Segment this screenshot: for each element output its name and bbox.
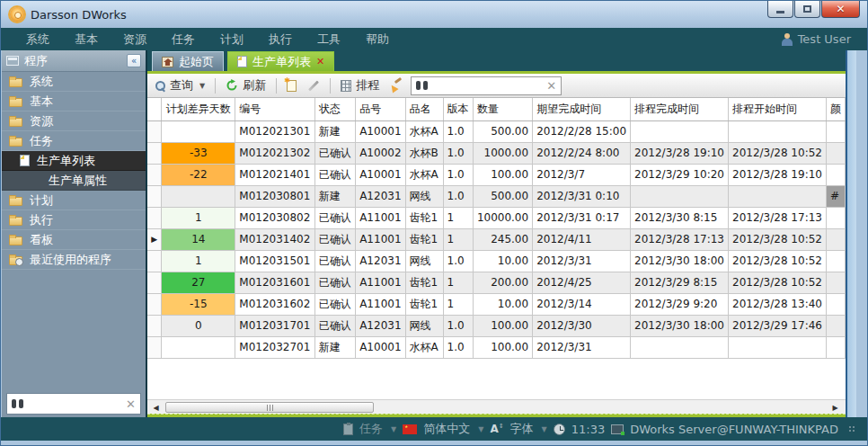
- column-header-版本[interactable]: 版本: [443, 98, 473, 120]
- sidebar-item-执行[interactable]: 执行: [2, 210, 146, 230]
- cell-expected-finish: 2012/3/31: [533, 250, 631, 272]
- menu-item-6[interactable]: 工具: [317, 31, 341, 48]
- row-selector-cell[interactable]: [147, 164, 162, 185]
- row-selector-cell[interactable]: [147, 293, 162, 315]
- folder-icon: [9, 78, 22, 87]
- menu-item-4[interactable]: 计划: [220, 31, 244, 48]
- query-button[interactable]: 查询 ▼: [153, 76, 208, 95]
- toolbar-search-clear-icon[interactable]: ✕: [546, 79, 556, 93]
- user-icon: [782, 33, 793, 46]
- home-icon: [162, 57, 173, 67]
- table-row[interactable]: -33M012021302已确认A10002水杯B1.01000.002012/…: [147, 142, 846, 164]
- sidebar-item-计划[interactable]: 计划: [2, 191, 146, 210]
- column-header-品名[interactable]: 品名: [405, 98, 443, 120]
- menu-item-2[interactable]: 资源: [123, 31, 146, 48]
- sidebar-item-基本[interactable]: 基本: [2, 92, 146, 112]
- sidebar-item-看板[interactable]: 看板: [2, 230, 146, 250]
- status-task-label[interactable]: 任务: [359, 421, 383, 437]
- column-header-partial[interactable]: 颜: [826, 98, 845, 120]
- folder-icon: [9, 98, 22, 107]
- toolbar-search-input[interactable]: [432, 79, 542, 92]
- scroll-right-icon[interactable]: ▶: [828, 401, 842, 414]
- horizontal-scrollbar[interactable]: ◀ ▶: [147, 399, 846, 414]
- menu-item-1[interactable]: 基本: [75, 31, 98, 48]
- menu-item-5[interactable]: 执行: [269, 31, 292, 48]
- new-button[interactable]: [284, 78, 299, 94]
- sidebar: 程序 « 系统基本资源任务生产单列表生产单属性计划执行看板最近使用的程序 ✕: [2, 50, 147, 419]
- cell-extra: [826, 315, 845, 336]
- sidebar-search-input[interactable]: [23, 396, 126, 412]
- scrollbar-thumb[interactable]: [165, 402, 374, 413]
- table-row[interactable]: 27M012031601已确认A11001齿轮11200.002012/4/25…: [147, 272, 846, 293]
- column-header-排程完成时间[interactable]: 排程完成时间: [631, 98, 729, 120]
- row-selector-cell[interactable]: [147, 120, 162, 142]
- sidebar-item-系统[interactable]: 系统: [2, 72, 146, 92]
- row-selector-cell[interactable]: [147, 250, 162, 272]
- chevron-down-icon[interactable]: ▼: [478, 425, 483, 433]
- table-row[interactable]: M012030801新建A12031网线1.0500.002012/3/31 0…: [147, 185, 846, 207]
- tab-home[interactable]: 起始页: [152, 51, 224, 71]
- maximize-button[interactable]: [794, 1, 820, 18]
- table-row[interactable]: ▶14M012031402已确认A11001齿轮11245.002012/4/1…: [147, 228, 846, 250]
- table-row[interactable]: 1M012031501已确认A12031网线1.010.002012/3/312…: [147, 250, 846, 272]
- cell-quantity: 500.00: [473, 120, 532, 142]
- sidebar-item-最近使用的程序[interactable]: 最近使用的程序: [2, 250, 146, 270]
- status-language-label[interactable]: 简体中文: [423, 421, 470, 437]
- column-header-编号[interactable]: 编号: [235, 98, 314, 120]
- title-bar[interactable]: Darsson DWorks ✕: [1, 1, 867, 28]
- refresh-button[interactable]: 刷新: [223, 76, 269, 95]
- tab-close-icon[interactable]: ✕: [316, 56, 324, 67]
- cell-order-id: M012030802: [235, 207, 314, 228]
- scroll-left-icon[interactable]: ◀: [149, 401, 163, 414]
- row-selector-cell[interactable]: ▶: [147, 228, 162, 250]
- minimize-button[interactable]: [767, 1, 793, 18]
- column-header-品号[interactable]: 品号: [356, 98, 405, 120]
- row-selector-cell[interactable]: [147, 315, 162, 336]
- sidebar-item-生产单属性[interactable]: 生产单属性: [2, 171, 146, 191]
- column-header-计划差异天数[interactable]: 计划差异天数: [162, 98, 235, 120]
- schedule-button[interactable]: 排程: [338, 76, 382, 95]
- tab-production-order-list[interactable]: 生产单列表 ✕: [227, 51, 334, 71]
- user-area[interactable]: Test User: [782, 32, 851, 46]
- cell-version: 1: [443, 272, 473, 293]
- column-header-数量[interactable]: 数量: [473, 98, 532, 120]
- menu-item-3[interactable]: 任务: [172, 31, 195, 48]
- status-font-label[interactable]: 字体: [510, 421, 534, 437]
- search-icon: [155, 81, 165, 91]
- row-selector-cell[interactable]: [147, 142, 162, 164]
- chevron-down-icon[interactable]: ▼: [391, 425, 396, 433]
- clean-button[interactable]: [387, 77, 405, 94]
- table-row[interactable]: M012032701新建A10001水杯A1.0100.002012/3/31: [147, 336, 846, 358]
- sidebar-search-clear-icon[interactable]: ✕: [126, 397, 136, 411]
- sidebar-collapse-button[interactable]: «: [127, 54, 141, 67]
- row-selector-cell[interactable]: [147, 336, 162, 358]
- sidebar-item-label: 最近使用的程序: [30, 252, 111, 268]
- menu-item-7[interactable]: 帮助: [366, 31, 389, 48]
- content-area: 起始页 生产单列表 ✕ 查询 ▼ 刷新: [147, 50, 846, 419]
- table-row[interactable]: M012021301新建A10001水杯A1.0500.002012/2/28 …: [147, 120, 846, 142]
- sidebar-item-生产单列表[interactable]: 生产单列表: [2, 151, 146, 171]
- resize-grip[interactable]: [848, 425, 856, 433]
- toolbar-separator: [330, 78, 331, 94]
- cell-version: 1.0: [443, 164, 473, 185]
- edit-button[interactable]: [305, 83, 323, 89]
- column-header-排程开始时间[interactable]: 排程开始时间: [729, 98, 827, 120]
- table-row[interactable]: 1M012030802已确认A11001齿轮1110000.002012/3/3…: [147, 207, 846, 228]
- row-selector-cell[interactable]: [147, 272, 162, 293]
- sidebar-item-资源[interactable]: 资源: [2, 112, 146, 131]
- column-header-状态[interactable]: 状态: [314, 98, 355, 120]
- refresh-button-label: 刷新: [243, 77, 266, 94]
- chevron-down-icon[interactable]: ▼: [542, 425, 547, 433]
- table-row[interactable]: 0M012031701已确认A12031网线1.0100.002012/3/30…: [147, 315, 846, 336]
- column-header-期望完成时间[interactable]: 期望完成时间: [533, 98, 631, 120]
- table-row[interactable]: -22M012021401已确认A10001水杯A1.0100.002012/3…: [147, 164, 846, 185]
- cell-version: 1.0: [443, 185, 473, 207]
- table-row[interactable]: -15M012031602已确认A11001齿轮1110.002012/3/14…: [147, 293, 846, 315]
- close-button[interactable]: ✕: [821, 1, 860, 18]
- row-selector-cell[interactable]: [147, 185, 162, 207]
- sidebar-item-任务[interactable]: 任务: [2, 131, 146, 151]
- row-selector-cell[interactable]: [147, 207, 162, 228]
- toolbar-separator: [276, 78, 277, 94]
- folder-icon: [9, 118, 22, 127]
- menu-item-0[interactable]: 系统: [26, 31, 49, 48]
